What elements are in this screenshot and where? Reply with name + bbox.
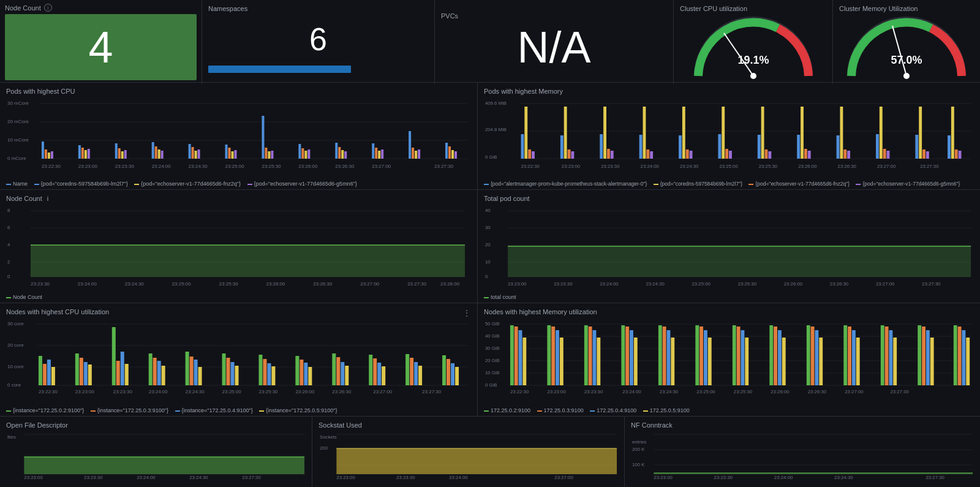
svg-rect-193 (80, 358, 83, 385)
svg-rect-301 (889, 330, 892, 385)
bottom-row: Open File Descriptor files 23:23:00 23:2… (0, 417, 980, 487)
svg-rect-30 (195, 151, 197, 159)
svg-rect-42 (304, 151, 307, 159)
svg-rect-36 (262, 116, 264, 159)
svg-text:23:27:00: 23:27:00 (372, 164, 391, 169)
svg-text:23:22:30: 23:22:30 (521, 164, 540, 169)
svg-text:20 core: 20 core (7, 342, 24, 348)
svg-text:23:27:00: 23:27:00 (360, 281, 380, 287)
nf-conntrack-chart: entries 200 K 100 K 23:23:00 23:23:30 23… (631, 431, 974, 486)
svg-text:30: 30 (485, 225, 491, 230)
svg-rect-266 (560, 338, 564, 385)
svg-text:23:26:30: 23:26:30 (313, 281, 333, 287)
svg-rect-229 (410, 358, 413, 385)
svg-rect-278 (671, 338, 674, 385)
svg-rect-105 (797, 135, 800, 159)
svg-rect-58 (451, 150, 454, 159)
info-icon[interactable]: i (44, 4, 52, 12)
svg-rect-308 (958, 327, 962, 385)
svg-rect-23 (124, 150, 127, 159)
svg-rect-108 (808, 151, 811, 159)
pods-cpu-legend: Name {pod="coredns-597584b69b-lm2l7"} {p… (6, 179, 471, 188)
svg-text:2: 2 (7, 259, 10, 265)
svg-rect-97 (718, 134, 721, 159)
svg-text:0: 0 (485, 274, 488, 279)
namespaces-bar (208, 66, 351, 73)
svg-rect-59 (454, 151, 457, 159)
svg-rect-275 (658, 325, 662, 385)
svg-text:23:23:00: 23:23:00 (78, 164, 98, 169)
svg-rect-263 (547, 325, 551, 385)
svg-rect-111 (843, 149, 846, 159)
svg-text:23:24:30: 23:24:30 (186, 389, 205, 395)
node-count-title: Node Count i (5, 4, 197, 12)
top-stats-row: Node Count i 4 Namespaces 6 PVCs N/A Clu… (0, 0, 980, 83)
svg-rect-217 (300, 360, 303, 385)
nf-conntrack-title: NF Conntrack (631, 421, 974, 429)
svg-rect-235 (455, 367, 459, 385)
svg-text:20 GiB: 20 GiB (485, 358, 500, 363)
node-count-info-icon[interactable]: i (47, 195, 48, 202)
cluster-memory-value: 57.0% (891, 54, 922, 66)
svg-rect-122 (951, 107, 954, 159)
svg-rect-305 (926, 330, 930, 385)
svg-point-1 (750, 73, 756, 79)
svg-rect-210 (231, 362, 235, 385)
svg-marker-339 (336, 448, 617, 474)
total-pod-title: Total pod count (484, 195, 530, 202)
svg-line-2 (892, 26, 907, 76)
svg-rect-82 (564, 107, 567, 159)
svg-rect-222 (341, 362, 344, 385)
svg-rect-57 (448, 146, 451, 159)
svg-text:23:24:30: 23:24:30 (189, 475, 208, 480)
svg-rect-55 (418, 149, 420, 159)
svg-text:23:24:00: 23:24:00 (774, 475, 793, 480)
svg-rect-80 (532, 151, 535, 159)
svg-rect-50 (378, 151, 380, 159)
svg-text:23:27:30: 23:27:30 (407, 281, 427, 287)
svg-rect-53 (412, 148, 414, 159)
svg-rect-32 (225, 145, 228, 159)
svg-text:23:24:00: 23:24:00 (449, 475, 468, 480)
svg-text:23:26:00: 23:26:00 (266, 281, 285, 287)
svg-rect-78 (524, 107, 527, 159)
svg-rect-310 (966, 338, 970, 385)
nodes-memory-chart: 50 GiB 40 GiB 30 GiB 20 GiB 10 GiB 0 GiB (484, 318, 974, 405)
svg-text:23:24:00: 23:24:00 (641, 164, 660, 169)
svg-rect-56 (445, 143, 448, 159)
svg-text:10 mCore: 10 mCore (7, 137, 29, 143)
svg-text:23:24:30: 23:24:30 (834, 475, 853, 480)
svg-text:23:23:30: 23:23:30 (31, 281, 50, 287)
svg-rect-107 (804, 149, 807, 159)
nodes-cpu-menu[interactable]: ⋮ (462, 308, 471, 318)
svg-text:0 GiB: 0 GiB (485, 154, 497, 160)
svg-text:23:27:30: 23:27:30 (890, 389, 909, 395)
svg-point-3 (903, 73, 910, 79)
svg-rect-215 (271, 366, 275, 385)
svg-text:23:25:00: 23:25:00 (225, 164, 245, 169)
nodes-cpu-title: Nodes with highest CPU utilization (6, 308, 109, 315)
total-pod-chart: 40 30 20 10 0 23:23:00 23:23:30 (484, 205, 974, 292)
svg-rect-198 (121, 352, 124, 385)
svg-text:23:26:30: 23:26:30 (335, 164, 355, 169)
svg-text:10 GiB: 10 GiB (485, 370, 500, 376)
svg-rect-89 (639, 135, 643, 159)
svg-text:23:25:30: 23:25:30 (262, 164, 281, 169)
svg-text:204.8 MiB: 204.8 MiB (485, 127, 507, 132)
node-count-legend: Node Count (6, 293, 471, 301)
svg-rect-286 (745, 338, 748, 385)
svg-rect-190 (47, 360, 51, 385)
svg-rect-196 (112, 327, 116, 385)
svg-rect-54 (415, 151, 417, 159)
svg-text:23:27:30: 23:27:30 (925, 475, 944, 480)
svg-rect-302 (893, 338, 897, 385)
sockstat-title: Sockstat Used (318, 421, 618, 429)
svg-rect-227 (382, 366, 385, 385)
svg-text:23:27:30: 23:27:30 (922, 281, 941, 287)
svg-rect-92 (650, 151, 653, 159)
svg-text:0 GiB: 0 GiB (485, 382, 497, 388)
svg-rect-207 (198, 367, 202, 385)
svg-text:23:27:00: 23:27:00 (877, 164, 896, 169)
svg-text:23:27:30: 23:27:30 (920, 164, 939, 169)
svg-rect-295 (843, 325, 847, 385)
